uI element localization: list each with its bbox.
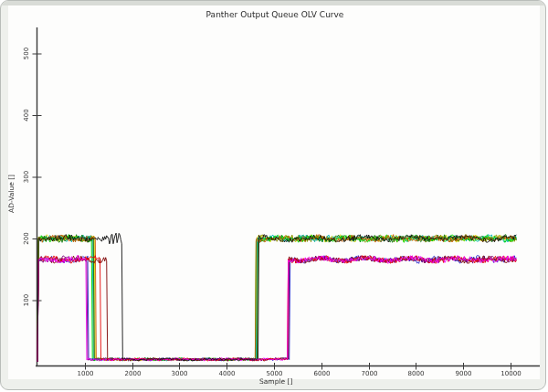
y-axis-title: AD-Value [] bbox=[7, 175, 16, 213]
chart-canvas bbox=[1, 1, 546, 390]
chart-panel: Panther Output Queue OLV Curve AD-Value … bbox=[0, 0, 546, 390]
x-axis-title: Sample [] bbox=[259, 377, 292, 386]
chart-title: Panther Output Queue OLV Curve bbox=[1, 10, 546, 19]
